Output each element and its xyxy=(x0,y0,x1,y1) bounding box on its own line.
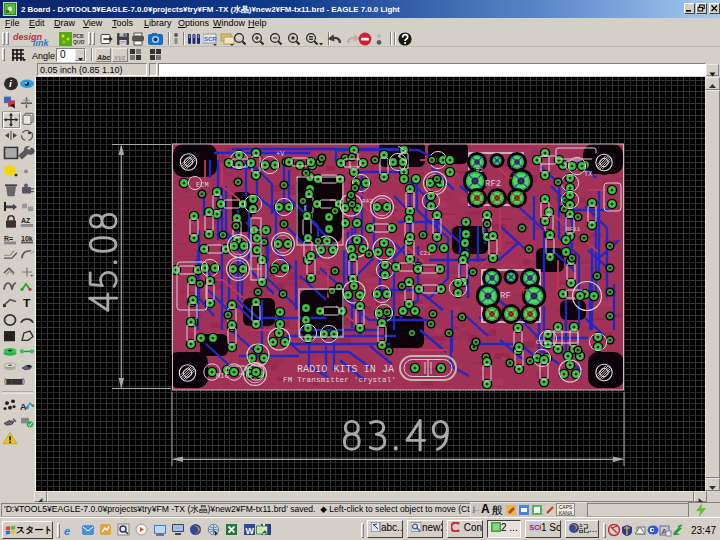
svg-text:RF11: RF11 xyxy=(566,226,581,233)
svg-text:link: link xyxy=(33,38,49,47)
svg-text:xyz: xyz xyxy=(113,54,126,62)
svg-text:C21: C21 xyxy=(420,250,431,257)
svg-text:W: W xyxy=(246,526,255,536)
svg-text:e: e xyxy=(64,525,70,537)
svg-text:10k: 10k xyxy=(21,235,33,242)
svg-text:RADIO KITS IN JA: RADIO KITS IN JA xyxy=(297,364,394,375)
svg-text:QUOTE: QUOTE xyxy=(73,39,85,45)
svg-text:R42: R42 xyxy=(362,198,373,205)
svg-text:MIC: MIC xyxy=(216,372,229,380)
svg-text:T: T xyxy=(23,298,30,310)
svg-text:ECM: ECM xyxy=(196,181,209,189)
svg-text:R2: R2 xyxy=(476,167,484,174)
svg-text:AZ: AZ xyxy=(21,217,30,224)
svg-text:+V: +V xyxy=(276,150,285,158)
svg-text:SCR: SCR xyxy=(204,36,217,42)
svg-text:Abc: Abc xyxy=(96,54,110,61)
svg-text:+: + xyxy=(30,272,34,278)
svg-text:R=: R= xyxy=(4,235,13,242)
svg-text:SCH: SCH xyxy=(530,524,542,531)
svg-text:RF2: RF2 xyxy=(485,179,501,189)
svg-text:FM Transmitter 'crystal': FM Transmitter 'crystal' xyxy=(283,376,396,384)
svg-text:i: i xyxy=(9,79,12,90)
svg-text:(▆▆▆): (▆▆▆) xyxy=(4,377,25,385)
svg-text:C22: C22 xyxy=(536,339,547,346)
svg-text:RF: RF xyxy=(500,291,511,301)
svg-text:TX: TX xyxy=(584,170,593,178)
